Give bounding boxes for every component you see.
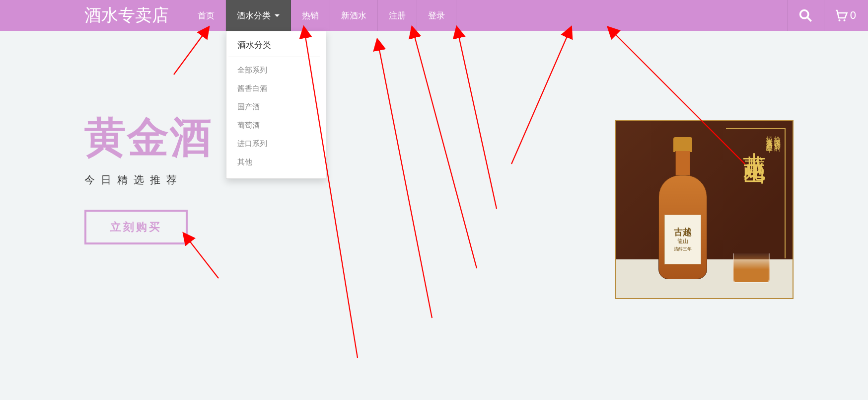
nav-item-register[interactable]: 注册 (378, 0, 417, 31)
dropdown-item-wine[interactable]: 葡萄酒 (226, 116, 326, 135)
dropdown-title: 酒水分类 (228, 38, 320, 57)
search-button[interactable] (787, 0, 824, 31)
svg-line-1 (807, 17, 811, 21)
cart-count: 0 (850, 9, 856, 22)
nav-item-home[interactable]: 首页 (187, 0, 226, 31)
brand-title: 酒水专卖店 (0, 0, 187, 31)
dropdown-item-baijiu[interactable]: 酱香白酒 (226, 80, 326, 98)
cart-icon (833, 8, 848, 23)
hero-subtitle: 今日精选推荐 (84, 173, 213, 187)
dropdown-item-domestic[interactable]: 国产酒 (226, 98, 326, 116)
hero-section: 黄金酒 今日精选推荐 立刻购买 给父亲喝点好的 绍兴黄酒清醇三年 古越龙山 古越… (0, 31, 868, 359)
product-slogan-a: 给父亲喝点好的 (773, 131, 782, 142)
label-sub: 清醇三年 (674, 246, 692, 252)
nav-item-hot[interactable]: 热销 (291, 0, 330, 31)
nav-item-login[interactable]: 登录 (417, 0, 456, 31)
nav-item-label: 注册 (389, 10, 406, 21)
buy-now-button[interactable]: 立刻购买 (84, 210, 188, 244)
nav-item-label: 登录 (428, 10, 445, 21)
svg-point-3 (843, 19, 845, 21)
categories-dropdown: 酒水分类 全部系列 酱香白酒 国产酒 葡萄酒 进口系列 其他 (226, 31, 326, 179)
glass-icon (733, 253, 770, 283)
dropdown-item-all[interactable]: 全部系列 (226, 61, 326, 80)
dropdown-item-import[interactable]: 进口系列 (226, 135, 326, 153)
svg-point-0 (800, 10, 808, 18)
top-navbar: 酒水专卖店 首页 酒水分类 酒水分类 全部系列 酱香白酒 国产酒 葡萄酒 进口系… (0, 0, 868, 31)
nav-items: 首页 酒水分类 酒水分类 全部系列 酱香白酒 国产酒 葡萄酒 进口系列 其他 热… (187, 0, 456, 31)
dropdown-item-other[interactable]: 其他 (226, 153, 326, 171)
hero-left: 黄金酒 今日精选推荐 立刻购买 (84, 115, 213, 244)
nav-item-categories[interactable]: 酒水分类 酒水分类 全部系列 酱香白酒 国产酒 葡萄酒 进口系列 其他 (226, 0, 291, 31)
svg-point-2 (838, 19, 840, 21)
hero-title: 黄金酒 (84, 115, 213, 159)
nav-item-label: 酒水分类 (237, 10, 271, 21)
nav-item-label: 首页 (198, 10, 215, 21)
hero-product-image: 给父亲喝点好的 绍兴黄酒清醇三年 古越龙山 古越 龍山 清醇三年 (615, 120, 794, 299)
label-big: 古越 (674, 227, 692, 238)
search-icon (798, 8, 812, 22)
nav-spacer (456, 0, 787, 31)
product-vertical-title: 古越龙山 (743, 134, 766, 146)
label-small: 龍山 (677, 238, 688, 244)
bottle-icon: 古越 龍山 清醇三年 (655, 137, 710, 286)
decorative-frame (726, 128, 786, 258)
nav-item-label: 新酒水 (341, 10, 366, 21)
nav-item-label: 热销 (302, 10, 319, 21)
cart-button[interactable]: 0 (824, 0, 868, 31)
chevron-down-icon (275, 14, 280, 17)
nav-item-new[interactable]: 新酒水 (330, 0, 378, 31)
